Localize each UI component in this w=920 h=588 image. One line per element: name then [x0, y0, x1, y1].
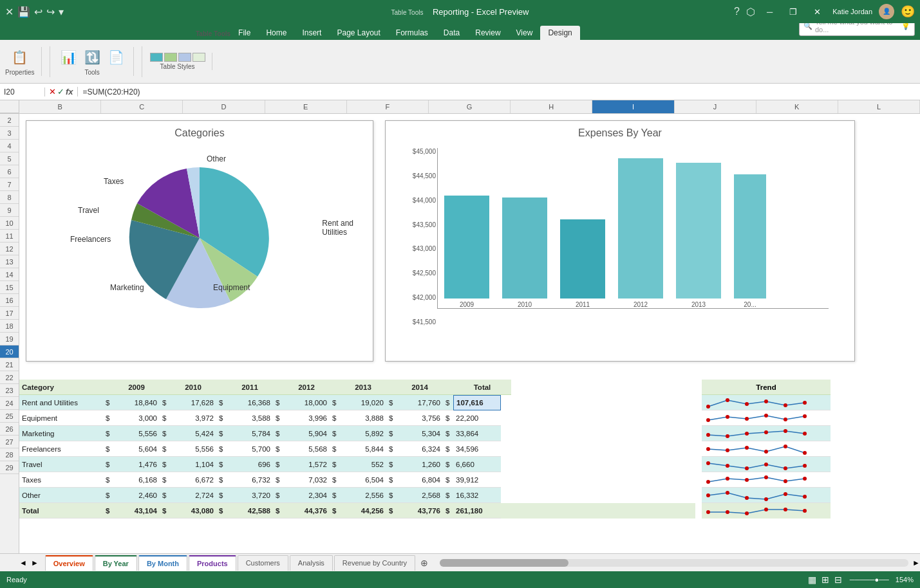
sheet-content[interactable]: Categories [19, 114, 920, 553]
row-num-25: 25 [0, 410, 19, 423]
normal-view-icon[interactable]: ▦ [807, 573, 818, 586]
tab-formulas[interactable]: Formulas [388, 26, 436, 40]
svg-point-45 [764, 508, 768, 511]
bar-label-2014-partial: 20... [744, 301, 756, 308]
y-label-6: $42,500 [413, 270, 436, 277]
style-swatch-2[interactable] [164, 53, 177, 62]
tab-view[interactable]: View [509, 26, 541, 40]
confirm-formula-icon[interactable]: ✓ [57, 87, 64, 96]
cell-sym-21-4: $ [273, 410, 283, 426]
scroll-left-icon[interactable]: ◄ [19, 558, 27, 567]
cell-sym-26-6: $ [386, 488, 397, 503]
cancel-formula-icon[interactable]: ✕ [49, 87, 56, 96]
formula-input[interactable]: =SUM(C20:H20) [78, 87, 920, 96]
table-row-26[interactable]: Other $ 2,460 $ 2,724 $ 3,720 $ 2,304 $ … [19, 488, 695, 503]
share-icon[interactable]: ⬡ [746, 6, 755, 18]
add-sheet-button[interactable]: ⊕ [417, 558, 432, 568]
cell-sym-22-2: $ [160, 426, 170, 441]
tab-products[interactable]: Products [189, 555, 236, 571]
style-swatch-3[interactable] [178, 53, 191, 62]
tab-home[interactable]: Home [258, 26, 294, 40]
page-layout-view-icon[interactable]: ⊞ [820, 573, 831, 586]
tab-file[interactable]: File [230, 26, 258, 40]
table-row-21[interactable]: Equipment $ 3,000 $ 3,972 $ 3,588 $ 3,99… [19, 410, 695, 426]
cell-2009-23: 5,604 [113, 441, 160, 457]
bar-label-2012: 2012 [634, 301, 648, 308]
restore-button[interactable]: ❐ [784, 7, 802, 17]
customize-icon[interactable]: ▾ [59, 6, 64, 18]
table-row-20[interactable]: Rent and Utilities $ 18,840 $ 17,628 $ 1… [19, 395, 695, 410]
style-swatch-1[interactable] [150, 53, 163, 62]
cell-sym-22-7: $ [443, 426, 453, 441]
row-num-6: 6 [0, 165, 19, 178]
scroll-sheet-right[interactable]: ► [912, 558, 920, 567]
cell-cat-22: Marketing [19, 426, 103, 441]
cell-2013-21: 3,888 [340, 410, 386, 426]
table-row-22[interactable]: Marketing $ 5,556 $ 5,424 $ 5,784 $ 5,90… [19, 426, 695, 441]
cell-2009-25: 6,168 [113, 472, 160, 488]
cell-reference[interactable]: I20 [0, 87, 45, 96]
scroll-right-icon[interactable]: ► [31, 558, 39, 567]
cell-2012-23: 5,568 [283, 441, 330, 457]
table-row-27-total: Total $ 43,104 $ 43,080 $ 42,588 $ 44,37… [19, 503, 695, 519]
header-empty-h [443, 380, 453, 395]
cell-sym-22-5: $ [330, 426, 340, 441]
cell-2009-24: 1,476 [113, 457, 160, 472]
tab-pagelayout[interactable]: Page Layout [329, 26, 388, 40]
table-name-icon[interactable]: 📋 [9, 47, 30, 68]
cell-sym-20-1: $ [103, 395, 113, 410]
scrollbar-thumb[interactable] [440, 559, 568, 567]
bar-rect-2012 [618, 158, 663, 299]
help-icon[interactable]: ? [734, 6, 740, 17]
cell-sym-27-6: $ [386, 503, 397, 519]
table-row-24[interactable]: Travel $ 1,476 $ 1,104 $ 696 $ 1,572 $ 5… [19, 457, 695, 472]
convert-to-range-icon[interactable]: 📄 [106, 47, 127, 68]
user-name: Katie Jordan [832, 8, 872, 15]
row-num-27: 27 [0, 436, 19, 448]
undo-icon[interactable]: ↩ [34, 6, 42, 18]
bar-label-2011: 2011 [576, 301, 590, 308]
pie-label-marketing: Marketing [110, 283, 144, 292]
tab-review[interactable]: Review [467, 26, 508, 40]
header-category: Category [19, 380, 103, 395]
style-swatch-4[interactable] [192, 53, 205, 62]
col-header-h: H [511, 100, 592, 113]
table-row-25[interactable]: Taxes $ 6,168 $ 6,672 $ 6,732 $ 7,032 $ … [19, 472, 695, 488]
minimize-button[interactable]: ─ [762, 7, 778, 17]
save-icon[interactable]: 💾 [17, 6, 30, 18]
tab-overview[interactable]: Overview [45, 555, 93, 571]
cell-2011-25: 6,732 [227, 472, 273, 488]
formula-bar: I20 ✕ ✓ fx =SUM(C20:H20) [0, 84, 920, 100]
cell-sym-23-6: $ [386, 441, 397, 457]
tools-label: Tools [84, 69, 99, 76]
y-label-4: $43,500 [413, 221, 436, 228]
table-row-23[interactable]: Freelancers $ 5,604 $ 5,556 $ 5,700 $ 5,… [19, 441, 695, 457]
redo-icon[interactable]: ↪ [46, 6, 55, 18]
tab-revenue-by-country[interactable]: Revenue by Country [334, 555, 415, 571]
ribbon-group-tablestyle: Table Styles [150, 53, 212, 70]
remove-duplicates-icon[interactable]: 🔃 [82, 47, 103, 68]
scrollbar-track[interactable] [440, 559, 908, 567]
tab-by-year[interactable]: By Year [95, 555, 137, 571]
svg-point-4 [784, 403, 787, 407]
tab-data[interactable]: Data [436, 26, 467, 40]
tab-analysis[interactable]: Analysis [290, 555, 333, 571]
svg-point-43 [726, 510, 729, 514]
cell-sym-26-1: $ [103, 488, 113, 503]
cell-sym-24-6: $ [386, 457, 397, 472]
tab-by-month[interactable]: By Month [138, 555, 187, 571]
trend-header: Trend [702, 380, 831, 395]
summarize-with-pivottable-icon[interactable]: 📊 [58, 47, 79, 68]
tab-design[interactable]: Design [540, 26, 579, 40]
cell-2011-22: 5,784 [227, 426, 273, 441]
pie-label-rentutil: Rent andUtilities [322, 219, 353, 237]
tab-insert[interactable]: Insert [294, 26, 329, 40]
insert-function-icon[interactable]: fx [66, 87, 73, 96]
tab-customers[interactable]: Customers [238, 555, 288, 571]
cell-2013-26: 2,556 [340, 488, 386, 503]
page-break-view-icon[interactable]: ⊟ [833, 573, 843, 586]
svg-point-21 [764, 450, 768, 454]
zoom-slider[interactable]: ─────●── [850, 576, 889, 583]
cell-sym-20-3: $ [216, 395, 227, 410]
close-button[interactable]: ✕ [809, 7, 826, 17]
